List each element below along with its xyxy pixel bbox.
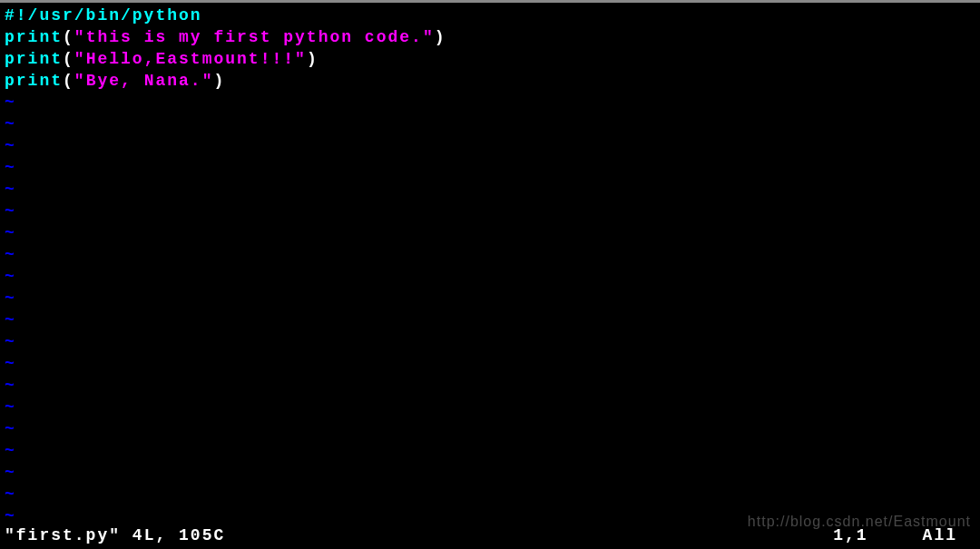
code-line-1: print("this is my first python code.") <box>5 26 975 48</box>
empty-line-indicator: ~ <box>5 462 975 484</box>
close-paren: ) <box>213 72 225 90</box>
empty-line-indicator: ~ <box>5 244 975 266</box>
filename: "first.py" <box>5 526 121 544</box>
editor-content[interactable]: #!/usr/bin/python print("this is my firs… <box>0 3 980 525</box>
print-keyword: print <box>5 72 63 90</box>
empty-line-indicator: ~ <box>5 375 975 397</box>
empty-line-indicator: ~ <box>5 440 975 462</box>
code-line-3: print("Bye, Nana.") <box>5 70 975 92</box>
empty-line-indicator: ~ <box>5 157 975 179</box>
vim-status-bar: "first.py" 4L, 105C 1,1 All <box>5 524 975 546</box>
empty-line-indicator: ~ <box>5 331 975 353</box>
empty-line-indicator: ~ <box>5 353 975 375</box>
string-literal: "Bye, Nana." <box>74 72 214 90</box>
open-paren: ( <box>63 50 74 68</box>
empty-line-indicator: ~ <box>5 266 975 288</box>
empty-line-indicator: ~ <box>5 418 975 440</box>
empty-line-indicator: ~ <box>5 222 975 244</box>
print-keyword: print <box>5 28 63 46</box>
empty-line-indicator: ~ <box>5 484 975 505</box>
file-stats: 4L, 105C <box>132 526 225 544</box>
open-paren: ( <box>63 72 74 90</box>
status-position-info: 1,1 All <box>833 524 975 546</box>
cursor-position: 1,1 <box>833 524 867 546</box>
empty-line-indicator: ~ <box>5 309 975 331</box>
close-paren: ) <box>307 50 318 68</box>
empty-line-indicator: ~ <box>5 92 975 113</box>
print-keyword: print <box>5 50 63 68</box>
string-literal: "Hello,Eastmount!!!" <box>74 50 307 68</box>
open-paren: ( <box>63 28 74 46</box>
shebang-text: #!/usr/bin/python <box>5 6 202 25</box>
empty-line-indicator: ~ <box>5 113 975 135</box>
code-line-shebang: #!/usr/bin/python <box>5 5 975 26</box>
close-paren: ) <box>435 28 446 46</box>
empty-line-indicator: ~ <box>5 201 975 222</box>
empty-line-indicator: ~ <box>5 397 975 418</box>
empty-line-indicator: ~ <box>5 288 975 309</box>
code-line-2: print("Hello,Eastmount!!!") <box>5 48 975 70</box>
empty-line-indicator: ~ <box>5 135 975 157</box>
empty-line-indicator: ~ <box>5 179 975 201</box>
scroll-position: All <box>923 524 957 546</box>
string-literal: "this is my first python code." <box>74 28 435 46</box>
status-file-info: "first.py" 4L, 105C <box>5 524 225 546</box>
